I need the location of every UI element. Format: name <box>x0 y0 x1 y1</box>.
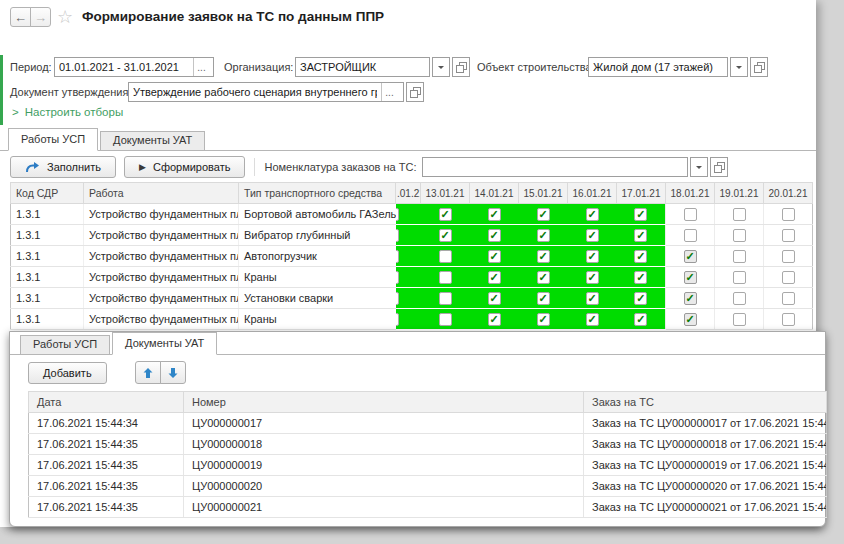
tab-raboty-usp[interactable]: Работы УСП <box>8 128 98 151</box>
day-cell[interactable] <box>764 267 813 288</box>
day-cell[interactable]: ✓ <box>617 246 666 267</box>
day-cell[interactable] <box>666 225 715 246</box>
checkbox-icon[interactable] <box>733 250 746 263</box>
day-cell[interactable]: ✓ <box>666 267 715 288</box>
day-cell[interactable]: ✓ <box>666 288 715 309</box>
checkbox-icon[interactable] <box>733 229 746 242</box>
checkbox-icon[interactable] <box>396 229 399 242</box>
day-cell[interactable] <box>421 288 470 309</box>
docs-cell-number[interactable]: ЦУ000000017 <box>184 413 584 434</box>
checkbox-icon[interactable] <box>684 208 697 221</box>
checkbox-icon[interactable]: ✓ <box>634 292 647 305</box>
checkbox-icon[interactable] <box>684 229 697 242</box>
forward-button[interactable]: → <box>30 7 51 27</box>
day-cell[interactable]: ✓ <box>617 204 666 225</box>
checkbox-icon[interactable] <box>782 313 795 326</box>
works-cell-work[interactable]: Устройство фундаментных пли... <box>84 309 239 330</box>
checkbox-icon[interactable]: ✓ <box>586 271 599 284</box>
approval-doc-open-button[interactable] <box>406 82 424 102</box>
day-cell[interactable]: ✓ <box>519 267 568 288</box>
day-cell[interactable] <box>715 204 764 225</box>
day-cell[interactable]: ✓ <box>568 309 617 330</box>
day-cell[interactable]: ✓ <box>470 204 519 225</box>
day-cell[interactable]: ✓ <box>617 288 666 309</box>
checkbox-icon[interactable]: ✓ <box>586 229 599 242</box>
checkbox-icon[interactable]: ✓ <box>537 313 550 326</box>
configure-filters-link[interactable]: > Настроить отборы <box>12 106 123 118</box>
period-input[interactable] <box>55 58 193 76</box>
docs-cell-order[interactable]: Заказ на ТС ЦУ000000019 от 17.06.2021 15… <box>584 455 827 476</box>
checkbox-icon[interactable] <box>733 271 746 284</box>
docs-cell-order[interactable]: Заказ на ТС ЦУ000000020 от 17.06.2021 15… <box>584 476 827 497</box>
period-ellipsis-button[interactable]: ... <box>193 58 209 76</box>
checkbox-icon[interactable]: ✓ <box>634 208 647 221</box>
day-cell[interactable]: ✓ <box>568 225 617 246</box>
checkbox-icon[interactable]: ✓ <box>684 313 697 326</box>
day-cell[interactable]: ✓ <box>470 309 519 330</box>
docs-cell-date[interactable]: 17.06.2021 15:44:35 <box>29 434 184 455</box>
works-cell-work[interactable]: Устройство фундаментных пли... <box>84 204 239 225</box>
day-cell[interactable] <box>764 288 813 309</box>
organization-input[interactable] <box>296 58 429 76</box>
day-cell[interactable] <box>715 309 764 330</box>
day-cell[interactable] <box>764 246 813 267</box>
works-cell-code[interactable]: 1.3.1 <box>11 204 84 225</box>
checkbox-icon[interactable] <box>782 250 795 263</box>
day-cell[interactable] <box>396 225 421 246</box>
checkbox-icon[interactable] <box>733 208 746 221</box>
checkbox-icon[interactable]: ✓ <box>634 229 647 242</box>
works-cell-work[interactable]: Устройство фундаментных пли... <box>84 225 239 246</box>
docs-cell-date[interactable]: 17.06.2021 15:44:35 <box>29 455 184 476</box>
day-cell[interactable] <box>764 204 813 225</box>
checkbox-icon[interactable] <box>396 313 399 326</box>
docs-cell-number[interactable]: ЦУ000000021 <box>184 497 584 518</box>
day-cell[interactable]: ✓ <box>421 225 470 246</box>
construction-object-input[interactable] <box>589 58 727 76</box>
checkbox-icon[interactable] <box>439 313 452 326</box>
generate-button[interactable]: ▶ Сформировать <box>124 156 245 178</box>
day-cell[interactable]: ✓ <box>421 204 470 225</box>
docs-cell-number[interactable]: ЦУ000000019 <box>184 455 584 476</box>
works-cell-code[interactable]: 1.3.1 <box>11 267 84 288</box>
day-cell[interactable] <box>715 246 764 267</box>
day-cell[interactable] <box>715 267 764 288</box>
checkbox-icon[interactable]: ✓ <box>488 250 501 263</box>
day-cell[interactable]: ✓ <box>519 204 568 225</box>
approval-doc-input[interactable] <box>129 83 381 101</box>
checkbox-icon[interactable] <box>439 292 452 305</box>
day-cell[interactable]: ✓ <box>470 267 519 288</box>
day-cell[interactable] <box>396 288 421 309</box>
day-cell[interactable]: ✓ <box>470 225 519 246</box>
works-cell-code[interactable]: 1.3.1 <box>11 225 84 246</box>
tab-dokumenty-uat[interactable]: Документы УАТ <box>100 131 205 150</box>
tab-dokumenty-uat[interactable]: Документы УАТ <box>112 332 217 355</box>
checkbox-icon[interactable] <box>396 292 399 305</box>
checkbox-icon[interactable]: ✓ <box>439 208 452 221</box>
back-button[interactable]: ← <box>10 7 31 27</box>
docs-cell-number[interactable]: ЦУ000000018 <box>184 434 584 455</box>
day-cell[interactable]: ✓ <box>666 309 715 330</box>
day-cell[interactable]: ✓ <box>519 225 568 246</box>
checkbox-icon[interactable]: ✓ <box>537 250 550 263</box>
checkbox-icon[interactable]: ✓ <box>684 271 697 284</box>
checkbox-icon[interactable]: ✓ <box>586 208 599 221</box>
works-cell-code[interactable]: 1.3.1 <box>11 309 84 330</box>
day-cell[interactable]: ✓ <box>617 309 666 330</box>
docs-cell-date[interactable]: 17.06.2021 15:44:35 <box>29 476 184 497</box>
checkbox-icon[interactable]: ✓ <box>586 313 599 326</box>
docs-cell-order[interactable]: Заказ на ТС ЦУ000000021 от 17.06.2021 15… <box>584 497 827 518</box>
nomenclature-dropdown-button[interactable] <box>690 157 708 177</box>
day-cell[interactable]: ✓ <box>470 288 519 309</box>
works-cell-vehicle[interactable]: Краны <box>239 309 396 330</box>
day-cell[interactable] <box>715 288 764 309</box>
checkbox-icon[interactable] <box>396 208 399 221</box>
tab-raboty-usp[interactable]: Работы УСП <box>20 335 110 354</box>
checkbox-icon[interactable] <box>782 292 795 305</box>
day-cell[interactable]: ✓ <box>568 246 617 267</box>
docs-cell-date[interactable]: 17.06.2021 15:44:35 <box>29 497 184 518</box>
day-cell[interactable] <box>421 246 470 267</box>
add-button[interactable]: Добавить <box>28 362 107 384</box>
day-cell[interactable] <box>764 225 813 246</box>
object-dropdown-button[interactable] <box>730 57 748 77</box>
day-cell[interactable]: ✓ <box>617 267 666 288</box>
